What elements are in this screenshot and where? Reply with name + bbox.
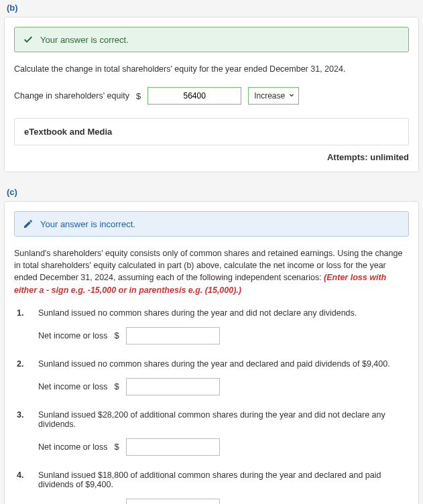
incorrect-alert: Your answer is incorrect. xyxy=(14,211,409,237)
part-c-instruction: Sunland's shareholders' equity consists … xyxy=(14,247,409,296)
equity-change-row: Change in shareholders' equity $ Increas… xyxy=(14,87,409,105)
pencil-icon xyxy=(23,218,34,229)
check-icon xyxy=(23,34,34,45)
direction-value: Increase xyxy=(254,91,285,101)
attempts-text: Attempts: unlimited xyxy=(14,152,409,162)
net-income-input-1[interactable] xyxy=(126,327,220,344)
part-b-instruction: Calculate the change in total shareholde… xyxy=(14,63,409,75)
scenario-text: Sunland issued no common shares during t… xyxy=(38,359,409,369)
list-item: 4. Sunland issued $18,800 of additional … xyxy=(17,470,409,504)
scenario-text: Sunland issued no common shares during t… xyxy=(38,308,409,318)
correct-text: Your answer is correct. xyxy=(40,35,129,45)
net-income-input-3[interactable] xyxy=(126,438,220,456)
scenario-text: Sunland issued $18,800 of additional com… xyxy=(38,470,409,489)
net-income-input-4[interactable] xyxy=(126,499,220,504)
part-c-panel: Your answer is incorrect. Sunland's shar… xyxy=(4,201,419,504)
part-c-label: (c) xyxy=(0,184,423,200)
scenario-number: 1. xyxy=(17,308,27,344)
currency-symbol: $ xyxy=(115,330,119,340)
list-item: 3. Sunland issued $28,200 of additional … xyxy=(17,410,409,456)
scenario-number: 2. xyxy=(17,359,27,395)
list-item: 2. Sunland issued no common shares durin… xyxy=(17,359,409,395)
scenario-number: 3. xyxy=(17,410,27,456)
correct-alert: Your answer is correct. xyxy=(14,27,409,52)
scenario-text: Sunland issued $28,200 of additional com… xyxy=(38,410,409,429)
currency-symbol: $ xyxy=(115,442,119,452)
net-income-label: Net income or loss xyxy=(38,442,108,452)
scenario-number: 4. xyxy=(17,470,27,504)
net-income-input-2[interactable] xyxy=(126,378,220,395)
list-item: 1. Sunland issued no common shares durin… xyxy=(17,308,409,344)
part-b-panel: Your answer is correct. Calculate the ch… xyxy=(4,17,419,172)
direction-select[interactable]: Increase xyxy=(248,87,299,105)
currency-symbol: $ xyxy=(136,91,141,101)
scenario-list: 1. Sunland issued no common shares durin… xyxy=(14,308,409,504)
incorrect-text: Your answer is incorrect. xyxy=(40,219,135,229)
currency-symbol: $ xyxy=(115,381,119,391)
net-income-label: Net income or loss xyxy=(38,331,108,340)
equity-change-label: Change in shareholders' equity xyxy=(14,91,129,101)
etextbook-button[interactable]: eTextbook and Media xyxy=(14,118,409,145)
part-b-label: (b) xyxy=(0,0,423,15)
equity-change-input[interactable] xyxy=(147,87,241,105)
chevron-down-icon xyxy=(288,91,295,101)
net-income-label: Net income or loss xyxy=(38,382,108,391)
